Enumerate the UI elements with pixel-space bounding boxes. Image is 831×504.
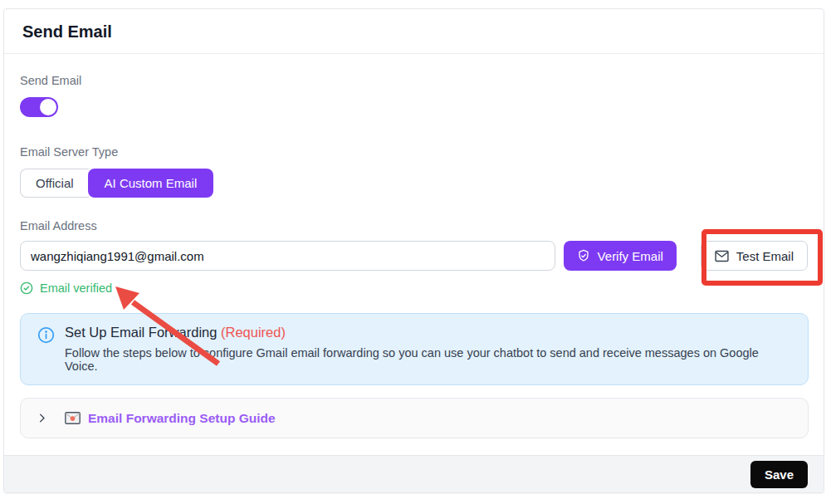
server-type-option-official[interactable]: Official (20, 169, 89, 198)
page-title: Send Email (22, 22, 805, 42)
shield-check-icon (577, 249, 590, 262)
send-email-label: Send Email (20, 74, 808, 87)
email-address-row: Verify Email Test Email (20, 241, 808, 271)
verify-email-button[interactable]: Verify Email (564, 241, 677, 271)
verify-email-label: Verify Email (598, 249, 663, 263)
test-email-label: Test Email (736, 249, 794, 263)
send-email-card: Send Email Send Email Email Server Type … (3, 8, 824, 493)
card-footer: Save (4, 455, 824, 492)
email-address-label: Email Address (20, 219, 808, 232)
envelope-icon (715, 250, 729, 262)
card-body: Send Email Email Server Type Official AI… (4, 54, 824, 455)
toggle-knob (40, 99, 56, 115)
envelope-with-red-dot-icon (65, 412, 81, 424)
info-title: Set Up Email Forwarding (Required) (65, 325, 791, 340)
send-email-toggle[interactable] (20, 97, 58, 117)
info-title-text: Set Up Email Forwarding (65, 325, 221, 340)
info-required-text: (Required) (221, 325, 286, 340)
save-button[interactable]: Save (750, 461, 808, 488)
page-background: Send Email Send Email Email Server Type … (0, 0, 831, 504)
info-description: Follow the steps below to configure Gmai… (65, 346, 791, 373)
email-verified-text: Email verified (40, 281, 112, 295)
server-type-label: Email Server Type (20, 145, 808, 159)
server-type-option-ai-custom-email[interactable]: AI Custom Email (88, 169, 214, 198)
test-email-button[interactable]: Test Email (701, 241, 808, 271)
check-circle-icon (20, 281, 33, 295)
email-address-input[interactable] (20, 241, 555, 271)
guide-label: Email Forwarding Setup Guide (88, 411, 276, 426)
card-header: Send Email (4, 9, 824, 54)
guide-accordion-toggle[interactable]: Email Forwarding Setup Guide (20, 398, 809, 438)
chevron-right-icon[interactable] (36, 412, 48, 424)
email-verified-status: Email verified (20, 281, 808, 295)
info-content: Set Up Email Forwarding (Required) Follo… (65, 325, 791, 373)
email-forwarding-info-box: Set Up Email Forwarding (Required) Follo… (20, 313, 809, 385)
server-type-segmented-control: Official AI Custom Email (20, 169, 213, 198)
info-circle-icon (37, 326, 55, 344)
